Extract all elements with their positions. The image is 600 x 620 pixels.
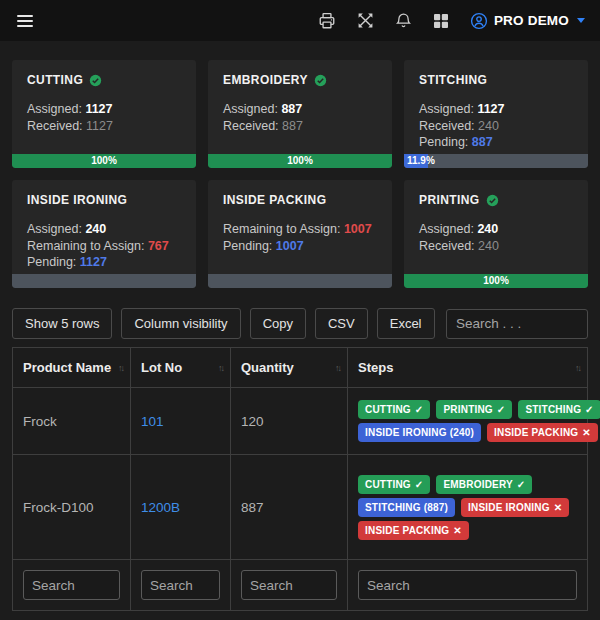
step-badge[interactable]: CUTTING✓ (358, 475, 430, 494)
card-title: EMBROIDERY (223, 73, 308, 87)
lot-no-cell: 101 (131, 388, 231, 455)
progress-label: 11.9% (407, 154, 435, 168)
check-circle-icon (89, 74, 102, 87)
product-name-search-input[interactable] (23, 570, 120, 600)
step-badge[interactable]: PRINTING✓ (436, 400, 512, 419)
card-stat: Pending: 1127 (27, 254, 181, 271)
user-name: PRO DEMO (494, 13, 569, 28)
step-badge[interactable]: INSIDE PACKING✕ (487, 423, 598, 442)
chevron-down-icon (577, 18, 585, 23)
copy-button[interactable]: Copy (250, 308, 306, 339)
progress-label: 100% (208, 154, 392, 168)
cross-mark: ✕ (582, 427, 591, 438)
card-stat: Remaining to Assign: 1007 (223, 221, 377, 238)
production-table: Product Name↑↓ Lot No↑↓ Quantity↑↓ Steps… (12, 347, 588, 611)
progress-bar: 100% (404, 274, 588, 288)
card-stat: Assigned: 1127 (419, 101, 573, 118)
step-badge[interactable]: INSIDE PACKING✕ (358, 521, 469, 540)
table-toolbar: Show 5 rows Column visibility Copy CSV E… (12, 308, 588, 339)
card-stat: Assigned: 240 (27, 221, 181, 238)
check-mark: ✓ (415, 404, 424, 415)
quantity-search-input[interactable] (241, 570, 337, 600)
progress-label: 100% (404, 274, 588, 288)
column-header-quantity[interactable]: Quantity↑↓ (231, 348, 348, 388)
sort-icon: ↑↓ (218, 363, 223, 373)
card-title: PRINTING (419, 193, 480, 207)
card-cutting: CUTTING Assigned: 1127 Received: 1127 10… (12, 60, 196, 168)
cross-mark: ✕ (554, 502, 563, 513)
card-title: INSIDE PACKING (223, 193, 326, 207)
notifications-bell-icon[interactable] (395, 12, 412, 29)
column-header-lot-no[interactable]: Lot No↑↓ (131, 348, 231, 388)
steps-cell: CUTTING✓ EMBROIDERY✓ STITCHING (887) INS… (348, 455, 588, 560)
hamburger-menu-icon[interactable] (15, 11, 35, 31)
column-search-row (13, 560, 588, 611)
progress-bar (12, 274, 196, 288)
card-title: CUTTING (27, 73, 83, 87)
progress-bar: 11.9% (404, 154, 588, 168)
table-row: Frock 101 120 CUTTING✓ PRINTING✓ STITCHI… (13, 388, 588, 455)
sort-icon: ↑↓ (118, 363, 123, 373)
card-inside-packing: INSIDE PACKING Remaining to Assign: 1007… (208, 180, 392, 288)
check-circle-icon (486, 194, 499, 207)
step-badge[interactable]: INSIDE IRONING✕ (461, 498, 569, 517)
step-badge[interactable]: STITCHING✓ (518, 400, 600, 419)
card-printing: PRINTING Assigned: 240 Received: 240 100… (404, 180, 588, 288)
column-visibility-button[interactable]: Column visibility (121, 308, 240, 339)
status-cards-grid: CUTTING Assigned: 1127 Received: 1127 10… (12, 60, 588, 288)
lot-link[interactable]: 101 (141, 414, 164, 429)
check-mark: ✓ (497, 404, 506, 415)
step-badge[interactable]: CUTTING✓ (358, 400, 430, 419)
card-stat: Remaining to Assign: 767 (27, 238, 181, 255)
progress-label: 100% (12, 154, 196, 168)
card-title: INSIDE IRONING (27, 193, 127, 207)
card-inside-ironing: INSIDE IRONING Assigned: 240 Remaining t… (12, 180, 196, 288)
check-mark: ✓ (517, 479, 526, 490)
card-stat: Pending: 887 (419, 134, 573, 151)
quantity-cell: 120 (231, 388, 348, 455)
step-badge[interactable]: EMBROIDERY✓ (436, 475, 532, 494)
product-name-cell: Frock-D100 (13, 455, 131, 560)
csv-button[interactable]: CSV (315, 308, 368, 339)
step-badge[interactable]: STITCHING (887) (358, 498, 455, 517)
steps-search-input[interactable] (358, 570, 577, 600)
show-rows-button[interactable]: Show 5 rows (12, 308, 112, 339)
card-stat: Received: 887 (223, 118, 377, 135)
card-stat: Received: 240 (419, 118, 573, 135)
product-name-cell: Frock (13, 388, 131, 455)
card-stat: Received: 240 (419, 238, 573, 255)
card-title: STITCHING (419, 73, 487, 87)
column-header-product-name[interactable]: Product Name↑↓ (13, 348, 131, 388)
card-stat: Assigned: 240 (419, 221, 573, 238)
progress-bar (208, 274, 392, 288)
excel-button[interactable]: Excel (377, 308, 435, 339)
check-mark: ✓ (415, 479, 424, 490)
card-stitching: STITCHING Assigned: 1127 Received: 240 P… (404, 60, 588, 168)
check-mark: ✓ (585, 404, 594, 415)
fullscreen-icon[interactable] (357, 12, 374, 29)
apps-grid-icon[interactable] (433, 13, 449, 29)
progress-bar: 100% (12, 154, 196, 168)
progress-bar: 100% (208, 154, 392, 168)
step-badge[interactable]: INSIDE IRONING (240) (358, 423, 481, 442)
lot-no-search-input[interactable] (141, 570, 220, 600)
card-embroidery: EMBROIDERY Assigned: 887 Received: 887 1… (208, 60, 392, 168)
cross-mark: ✕ (453, 525, 462, 536)
table-search-input[interactable] (446, 309, 588, 339)
quantity-cell: 887 (231, 455, 348, 560)
column-header-steps[interactable]: Steps↑↓ (348, 348, 588, 388)
table-row: Frock-D100 1200B 887 CUTTING✓ EMBROIDERY… (13, 455, 588, 560)
lot-link[interactable]: 1200B (141, 500, 180, 515)
check-circle-icon (314, 74, 327, 87)
print-icon[interactable] (318, 12, 336, 30)
user-menu[interactable]: PRO DEMO (470, 12, 585, 30)
topbar: PRO DEMO (0, 0, 600, 41)
lot-no-cell: 1200B (131, 455, 231, 560)
user-avatar-icon (470, 12, 488, 30)
card-stat: Received: 1127 (27, 118, 181, 135)
steps-cell: CUTTING✓ PRINTING✓ STITCHING✓ INSIDE IRO… (348, 388, 588, 455)
card-stat: Assigned: 887 (223, 101, 377, 118)
sort-icon: ↑↓ (335, 363, 340, 373)
card-stat: Assigned: 1127 (27, 101, 181, 118)
sort-icon: ↑↓ (575, 363, 580, 373)
